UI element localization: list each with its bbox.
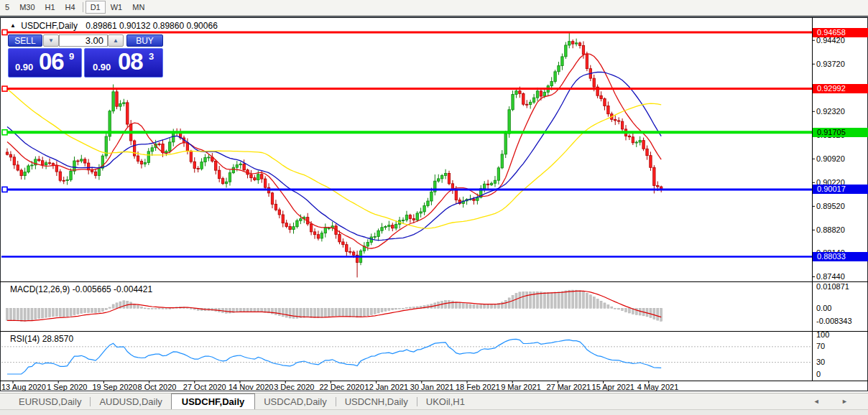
price-badge-0.94658: 0.94658 <box>813 28 868 37</box>
macd-hist-bar <box>24 308 26 321</box>
candle-body <box>473 199 475 200</box>
macd-hist-bar <box>522 292 525 308</box>
sell-price-digits: 06 <box>39 48 64 75</box>
date-label: 22 Dec 2020 <box>319 383 364 391</box>
candle-body <box>586 55 588 69</box>
macd-hist-bar <box>6 308 9 320</box>
macd-hist-bar <box>338 308 341 316</box>
hline-handle-0.92992[interactable] <box>2 86 7 91</box>
macd-hist-bar <box>45 308 47 317</box>
macd-hist-bar <box>108 307 111 308</box>
candle-body <box>70 171 72 179</box>
tab-usdcad[interactable]: USDCAD,Daily <box>255 393 335 409</box>
tab-audusd[interactable]: AUDUSD,Daily <box>91 393 170 409</box>
macd-hist-bar <box>558 292 560 309</box>
macd-hist-bar <box>130 302 132 308</box>
macd-hist-bar <box>98 308 100 312</box>
buy-price-button[interactable]: 0.90 08 3 <box>84 48 163 78</box>
macd-hist-bar <box>112 304 114 308</box>
candle-body <box>17 165 19 170</box>
macd-hist-bar <box>508 298 510 308</box>
rsi-tick-0: 0 <box>816 370 821 378</box>
macd-hist-bar <box>31 308 33 320</box>
macd-hist-bar <box>140 307 142 308</box>
candle-body <box>225 182 227 183</box>
timeframe-button-h1[interactable]: H1 <box>40 1 60 14</box>
collapse-arrow-icon[interactable]: ▲ <box>10 22 16 29</box>
macd-hist-bar <box>320 308 323 317</box>
price-badge-0.92992: 0.92992 <box>813 84 868 93</box>
timeframe-button-h4[interactable]: H4 <box>60 1 80 14</box>
date-label: 1 Sep 2020 <box>47 383 87 391</box>
price-badge-0.91705: 0.91705 <box>813 128 868 137</box>
macd-hist-bar <box>349 308 351 317</box>
macd-hist-bar <box>363 308 365 316</box>
macd-hist-bar <box>55 308 57 316</box>
hline-handle-0.91705[interactable] <box>2 130 7 135</box>
macd-label: MACD(12,26,9) -0.005665 -0.004421 <box>10 284 152 294</box>
price-tick-0.87440: 0.87440 <box>816 273 845 281</box>
tab-ukoil[interactable]: UKOil,H1 <box>417 393 474 409</box>
candle-body <box>565 45 567 57</box>
candle-body <box>137 156 139 161</box>
candle-body <box>250 174 252 178</box>
hline-handle-0.90017[interactable] <box>2 187 7 192</box>
macd-hist-bar <box>91 308 93 312</box>
tab-usdchf[interactable]: USDCHF,Daily <box>171 393 255 410</box>
macd-hist-bar <box>101 308 103 311</box>
tab-usdcnh[interactable]: USDCNH,Daily <box>336 393 417 409</box>
rsi-label: RSI(14) 28.8570 <box>10 334 73 344</box>
rsi-tick-100: 100 <box>816 331 829 339</box>
volume-input[interactable] <box>59 34 108 47</box>
buy-button[interactable]: BUY <box>126 34 163 47</box>
macd-hist-bar <box>346 308 348 317</box>
sell-button[interactable]: SELL <box>8 34 42 47</box>
candle-body <box>444 174 446 176</box>
macd-hist-bar <box>80 308 83 313</box>
timeframe-button-w1[interactable]: W1 <box>106 1 128 14</box>
candle-body <box>540 91 542 96</box>
candle-body <box>42 161 44 165</box>
candle-body <box>84 159 86 163</box>
macd-hist-bar <box>147 308 149 309</box>
hline-handle-0.94658[interactable] <box>2 30 7 35</box>
macd-hist-bar <box>487 304 489 308</box>
macd-hist-bar <box>458 303 461 309</box>
macd-hist-bar <box>614 308 617 309</box>
candle-body <box>158 144 160 145</box>
macd-hist-bar <box>579 291 581 309</box>
volume-increase-button[interactable]: ▲ <box>108 34 124 47</box>
sell-price-button[interactable]: 0.90 06 9 <box>8 48 82 78</box>
candle-body <box>632 137 634 143</box>
tab-scroll-arrows[interactable]: ◄ ► <box>813 398 858 405</box>
timeframe-button-5[interactable]: 5 <box>0 1 14 14</box>
candle-body <box>215 161 217 170</box>
macd-hist-bar <box>250 308 252 312</box>
timeframe-button-mn[interactable]: MN <box>127 1 149 14</box>
volume-decrease-button[interactable]: ▼ <box>43 34 59 47</box>
chevron-down-icon: ▼ <box>48 37 54 44</box>
macd-hist-bar <box>572 290 574 308</box>
candle-body <box>204 157 206 162</box>
timeframe-button-d1[interactable]: D1 <box>86 1 106 14</box>
candle-body <box>9 154 11 157</box>
candle-body <box>208 157 210 158</box>
candle-body <box>639 141 641 142</box>
candle-body <box>6 152 8 154</box>
timeframe-button-m30[interactable]: M30 <box>14 1 40 14</box>
macd-hist-bar <box>151 308 153 309</box>
date-label: 15 Apr 2021 <box>592 383 634 391</box>
candle-body <box>254 178 256 180</box>
candle-body <box>349 251 351 252</box>
candle-body <box>296 220 298 226</box>
macd-hist-bar <box>285 308 287 317</box>
candle-body <box>558 66 560 72</box>
rsi-tick-30: 30 <box>816 358 825 366</box>
candle-body <box>338 234 341 241</box>
candle-body <box>532 98 535 102</box>
tab-eurusd[interactable]: EURUSD,Daily <box>10 393 90 409</box>
candle-body <box>512 94 514 109</box>
candle-body <box>274 204 277 210</box>
candle-body <box>508 110 510 134</box>
candle-body <box>554 72 556 82</box>
